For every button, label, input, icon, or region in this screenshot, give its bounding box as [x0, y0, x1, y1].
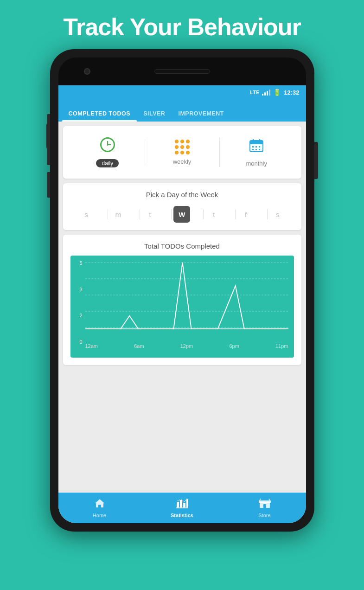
store-icon [259, 498, 271, 511]
day-picker-row: s m t W t f s [70, 206, 294, 223]
tab-bar: COMPLETED TODOS SILVER IMPROVEMENT [58, 99, 306, 122]
svg-rect-18 [180, 500, 182, 507]
svg-rect-17 [177, 502, 179, 507]
home-icon [94, 498, 105, 511]
phone-top-bezel [58, 58, 306, 85]
nav-item-statistics[interactable]: Statistics [141, 495, 224, 521]
chart-y-labels: 5 3 2 0 [72, 260, 83, 345]
view-option-monthly[interactable]: monthly [219, 135, 294, 171]
status-lte: LTE [250, 90, 259, 95]
day-saturday[interactable]: s [269, 206, 286, 223]
main-content: daily [58, 122, 306, 493]
svg-marker-16 [95, 499, 104, 507]
nav-item-home[interactable]: Home [58, 495, 141, 521]
grid-dots-icon [175, 140, 190, 154]
svg-rect-19 [183, 503, 185, 507]
view-selector: daily [70, 134, 294, 171]
chart-svg [85, 260, 288, 341]
tab-improvement[interactable]: IMPROVEMENT [172, 106, 230, 122]
svg-rect-7 [252, 149, 254, 150]
tab-silver[interactable]: SILVER [137, 106, 172, 122]
x-label-12am: 12am [85, 343, 98, 349]
battery-icon: 🔋 [273, 89, 281, 96]
x-label-12pm: 12pm [180, 343, 193, 349]
bottom-nav: Home [58, 493, 306, 523]
svg-line-24 [260, 499, 261, 500]
daily-label-badge: daily [96, 159, 119, 167]
phone-speaker [154, 69, 210, 74]
x-label-11pm: 11pm [275, 343, 288, 349]
chart-card: Total TODOs Completed 5 3 2 0 [63, 235, 301, 365]
svg-rect-9 [259, 149, 260, 150]
view-option-daily[interactable]: daily [70, 134, 145, 171]
y-label-0: 0 [72, 339, 83, 345]
status-time: 12:32 [284, 89, 299, 96]
chart-container: 5 3 2 0 [70, 256, 294, 358]
statistics-nav-label: Statistics [171, 513, 193, 518]
svg-rect-5 [255, 146, 257, 148]
svg-rect-6 [259, 146, 260, 148]
page-title: Track Your Behaviour [0, 0, 364, 49]
day-wednesday[interactable]: W [173, 206, 190, 223]
svg-rect-20 [186, 499, 188, 507]
phone-screen: LTE 🔋 12:32 COMPLETED [58, 58, 306, 523]
day-thursday[interactable]: t [205, 206, 222, 223]
svg-rect-23 [259, 500, 271, 503]
view-option-weekly[interactable]: weekly [145, 136, 219, 169]
y-label-2: 2 [72, 313, 83, 318]
weekly-label: weekly [173, 158, 192, 165]
monthly-label: monthly [246, 160, 267, 167]
statistics-icon [176, 498, 188, 511]
phone-device: LTE 🔋 12:32 COMPLETED [50, 49, 314, 532]
app-header: COMPLETED TODOS SILVER IMPROVEMENT [58, 99, 306, 122]
day-tuesday-1[interactable]: t [142, 206, 159, 223]
svg-rect-8 [255, 149, 257, 150]
y-label-5: 5 [72, 260, 83, 266]
day-sunday-1[interactable]: s [78, 206, 95, 223]
day-picker-title: Pick a Day of the Week [70, 191, 294, 199]
day-friday[interactable]: f [237, 206, 254, 223]
view-selector-card: daily [63, 126, 301, 179]
svg-rect-26 [263, 504, 266, 508]
screen-content: LTE 🔋 12:32 COMPLETED [58, 85, 306, 523]
signal-icon [262, 89, 270, 96]
svg-rect-4 [252, 146, 254, 148]
status-bar: LTE 🔋 12:32 [58, 85, 306, 99]
x-label-6am: 6am [134, 343, 144, 349]
calendar-icon [249, 138, 264, 156]
day-monday[interactable]: m [110, 206, 127, 223]
phone-camera [84, 68, 90, 75]
svg-rect-1 [250, 141, 263, 144]
chart-x-labels: 12am 6am 12pm 6pm 11pm [85, 343, 288, 349]
clock-icon [100, 137, 115, 155]
home-nav-label: Home [93, 513, 106, 518]
store-nav-label: Store [258, 513, 270, 518]
x-label-6pm: 6pm [229, 343, 239, 349]
tab-completed-todos[interactable]: COMPLETED TODOS [62, 106, 137, 122]
chart-title: Total TODOs Completed [70, 242, 294, 250]
y-label-3: 3 [72, 287, 83, 292]
nav-item-store[interactable]: Store [224, 495, 306, 521]
svg-line-25 [269, 499, 270, 500]
day-picker-card: Pick a Day of the Week s m t W t f s [63, 183, 301, 230]
